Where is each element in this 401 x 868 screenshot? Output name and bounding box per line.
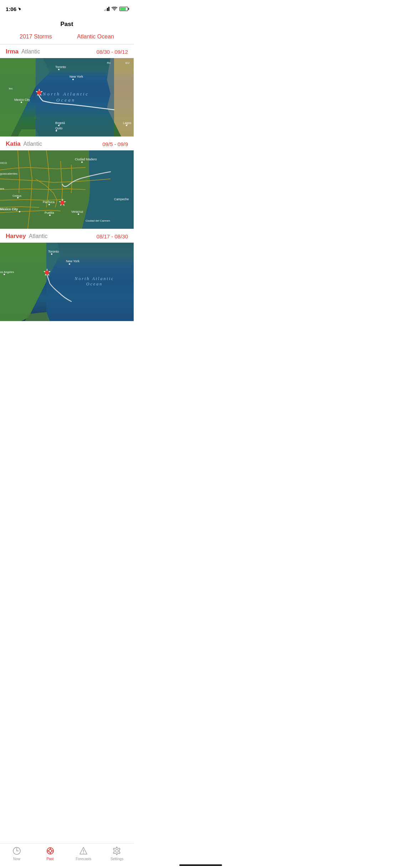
svg-point-39 (60, 201, 65, 205)
svg-text:Veracruz: Veracruz (71, 210, 83, 213)
storm-name-irma: Irma (6, 48, 19, 55)
svg-point-19 (37, 91, 41, 95)
storm-name-group: Irma Atlantic (6, 48, 40, 55)
svg-point-22 (81, 161, 83, 163)
storm-header-irma: Irma Atlantic 08/30 - 09/12 (0, 45, 134, 58)
svg-text:Bogotá: Bogotá (55, 121, 65, 125)
storm-item-katia[interactable]: Katia Atlantic 09/5 - 09/9 (0, 137, 134, 229)
wifi-icon (112, 7, 117, 11)
svg-text:Ocean: Ocean (86, 281, 103, 286)
svg-point-4 (72, 79, 74, 80)
svg-text:Ro: Ro (107, 61, 111, 64)
svg-point-13 (126, 125, 127, 126)
svg-text:Mexico City: Mexico City (14, 98, 30, 102)
svg-text:os Angeles: os Angeles (0, 270, 14, 274)
svg-point-31 (19, 211, 20, 212)
svg-point-44 (69, 263, 70, 265)
svg-point-27 (17, 197, 19, 198)
storm-map-katia[interactable]: Ciudad Madero XICO guascalientes ara Cel… (0, 150, 134, 229)
svg-point-7 (21, 102, 22, 103)
svg-text:North Atlantic: North Atlantic (42, 91, 89, 97)
svg-point-46 (4, 274, 5, 275)
storm-map-irma[interactable]: Toronto New York les Mexico City Bogotá … (0, 58, 134, 136)
svg-text:XICO: XICO (0, 161, 7, 165)
storm-name-group-harvey: Harvey Atlantic (6, 233, 47, 240)
svg-text:Mexico City: Mexico City (0, 207, 18, 211)
svg-text:Ocean: Ocean (56, 97, 76, 103)
svg-text:Campeche: Campeche (114, 197, 129, 201)
storm-dates-harvey: 08/17 - 08/30 (97, 233, 128, 239)
storm-dates-katia: 09/5 - 09/9 (102, 141, 128, 147)
signal-icon (104, 7, 109, 11)
svg-text:EU: EU (125, 61, 129, 64)
storm-name-katia: Katia (6, 140, 21, 148)
svg-point-42 (51, 253, 52, 255)
svg-text:Toronto: Toronto (48, 250, 59, 253)
storm-item-harvey[interactable]: Harvey Atlantic 08/17 - 08/30 Toronto Ne… (0, 229, 134, 321)
status-icons (104, 7, 128, 11)
map-svg-katia: Ciudad Madero XICO guascalientes ara Cel… (0, 150, 134, 229)
battery-icon (119, 7, 128, 11)
svg-text:New York: New York (66, 259, 80, 263)
svg-text:Celaya: Celaya (12, 194, 21, 197)
svg-text:guascalientes: guascalientes (0, 172, 17, 175)
svg-point-9 (58, 125, 60, 126)
svg-text:New York: New York (70, 75, 83, 78)
svg-point-11 (56, 130, 57, 131)
svg-text:ara: ara (0, 187, 4, 190)
status-bar: 1:06 (0, 0, 134, 16)
svg-text:Ciudad Madero: Ciudad Madero (75, 157, 97, 161)
svg-text:Ciudad del Carmen: Ciudad del Carmen (86, 219, 110, 222)
map-svg-harvey: Toronto New York os Angeles North Atlant… (0, 243, 134, 321)
svg-text:Pachuca: Pachuca (43, 200, 55, 204)
location-arrow-icon (18, 7, 21, 11)
svg-text:Toronto: Toronto (55, 65, 66, 69)
storm-header-katia: Katia Atlantic 09/5 - 09/9 (0, 137, 134, 150)
storm-name-group-katia: Katia Atlantic (6, 140, 42, 148)
status-time: 1:06 (6, 6, 21, 12)
svg-text:les: les (9, 87, 12, 90)
storm-ocean-katia: Atlantic (24, 141, 42, 147)
storm-item-irma[interactable]: Irma Atlantic 08/30 - 09/12 (0, 45, 134, 137)
svg-text:Puebla: Puebla (45, 211, 54, 215)
svg-text:Quito: Quito (55, 126, 63, 130)
svg-point-2 (58, 69, 60, 70)
svg-text:Lagos: Lagos (123, 121, 131, 125)
svg-text:North Atlantic: North Atlantic (74, 276, 114, 281)
storm-name-harvey: Harvey (6, 233, 26, 240)
svg-point-50 (45, 270, 49, 275)
filter-year[interactable]: 2017 Storms (20, 33, 52, 40)
filter-tabs: 2017 Storms Atlantic Ocean (0, 33, 134, 45)
storm-ocean-harvey: Atlantic (29, 233, 47, 239)
page-title: Past (0, 16, 134, 33)
storm-header-harvey: Harvey Atlantic 08/17 - 08/30 (0, 229, 134, 243)
storm-map-harvey[interactable]: Toronto New York os Angeles North Atlant… (0, 243, 134, 321)
storm-ocean-irma: Atlantic (21, 48, 40, 55)
svg-point-33 (49, 215, 51, 216)
filter-ocean[interactable]: Atlantic Ocean (77, 33, 114, 40)
storm-list: Irma Atlantic 08/30 - 09/12 (0, 45, 134, 350)
map-svg-irma: Toronto New York les Mexico City Bogotá … (0, 58, 134, 136)
svg-point-35 (78, 213, 79, 215)
storm-dates-irma: 08/30 - 09/12 (97, 49, 128, 55)
svg-point-29 (48, 204, 50, 205)
